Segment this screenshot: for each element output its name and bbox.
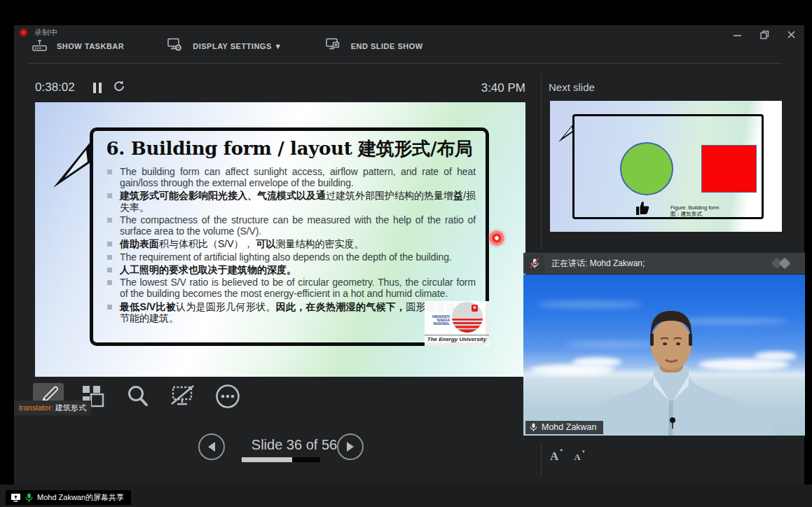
share-label: Mohd Zakwan的屏幕共享 bbox=[37, 492, 124, 503]
bullet-marker bbox=[107, 268, 112, 272]
display-gear-icon bbox=[167, 38, 183, 55]
muted-mic-icon bbox=[525, 254, 544, 272]
university-logo: UNIVERSITI TENAGA NASIONAL The Energy Un… bbox=[425, 301, 489, 346]
speech-bubble-tail bbox=[53, 143, 94, 189]
caret-up-icon: ▲ bbox=[559, 447, 563, 452]
bullet-item: 借助表面积与体积比（S/V）， 可以测量结构的密实度。 bbox=[107, 238, 476, 249]
more-options-button[interactable] bbox=[212, 383, 243, 412]
decrease-font-button[interactable]: A▼ bbox=[574, 452, 580, 464]
timer-row: 0:38:02 bbox=[35, 80, 125, 95]
red-rectangle-shape bbox=[701, 145, 757, 193]
bullet-item: The compactness of the structure can be … bbox=[107, 214, 476, 237]
bullet-marker bbox=[107, 193, 112, 198]
screen-share-icon bbox=[11, 493, 21, 502]
elapsed-timer: 0:38:02 bbox=[35, 81, 75, 95]
prev-arrow-icon bbox=[207, 441, 216, 452]
bullet-marker bbox=[107, 255, 112, 260]
bullet-item: 建筑形式可能会影响阳光接入、气流模式以及通过建筑外部围护结构的热量增益/损失率。 bbox=[107, 190, 476, 212]
bullet-marker bbox=[107, 280, 112, 285]
black-screen-button[interactable] bbox=[167, 383, 198, 412]
zoom-slide-button[interactable] bbox=[123, 383, 153, 412]
screen: 录制中 SHOW TASKBAR DISPLAY SETTINGS ▼ END … bbox=[0, 0, 812, 507]
speaker-video[interactable]: Mohd Zakwan bbox=[523, 275, 805, 436]
window-controls bbox=[733, 29, 796, 39]
bullet-marker bbox=[107, 242, 112, 246]
speaker-person bbox=[523, 275, 805, 436]
green-circle-shape bbox=[620, 142, 673, 195]
mini-speech-bubble: Figure: Building form 图：建筑形式 bbox=[572, 114, 764, 219]
bullet-item: The building form can affect sunlight ac… bbox=[107, 166, 476, 188]
translator-caption: translator: 建筑形式 bbox=[14, 401, 91, 415]
next-slide-heading: Next slide bbox=[549, 81, 595, 93]
current-slide[interactable]: 6. Building form / layout 建筑形式/布局 The bu… bbox=[35, 102, 525, 377]
increase-font-button[interactable]: A▲ bbox=[550, 450, 558, 464]
show-taskbar-button[interactable]: SHOW TASKBAR bbox=[32, 39, 124, 55]
slide-counter: Slide 36 of 56 bbox=[245, 437, 343, 453]
uniten-logo-icon bbox=[451, 301, 483, 336]
bullet-item: The lowest S/V ratio is believed to be o… bbox=[107, 277, 476, 299]
caret-down-icon: ▼ bbox=[582, 450, 586, 454]
slide-bullets: The building form can affect sunlight ac… bbox=[93, 161, 486, 324]
end-slide-show-button[interactable]: END SLIDE SHOW bbox=[326, 38, 423, 55]
panel-divider-lower bbox=[541, 443, 542, 475]
bullet-item: The requirement of artificial lighting a… bbox=[107, 251, 476, 263]
next-arrow-icon bbox=[345, 441, 355, 452]
bullet-item: 最低S/V比被认为是圆形几何形状。因此，在炎热潮湿的气候下，圆形建筑成为最节能的… bbox=[107, 301, 476, 324]
recording-dot-icon bbox=[19, 28, 28, 37]
end-slide-show-label: END SLIDE SHOW bbox=[351, 42, 423, 50]
thumbs-up-icon bbox=[635, 200, 652, 219]
toolbar-divider bbox=[28, 63, 782, 64]
presenter-view-window: 录制中 SHOW TASKBAR DISPLAY SETTINGS ▼ END … bbox=[14, 25, 804, 485]
recording-indicator: 录制中 bbox=[19, 27, 57, 38]
mic-icon bbox=[530, 423, 537, 432]
ellipsis-icon bbox=[215, 384, 240, 412]
blank-screen-icon bbox=[170, 384, 195, 411]
university-tagline: The Energy University bbox=[425, 335, 489, 342]
display-settings-button[interactable]: DISPLAY SETTINGS ▼ bbox=[167, 38, 282, 55]
minimize-button[interactable] bbox=[733, 29, 743, 39]
figure-caption: Figure: Building form 图：建筑形式 bbox=[670, 204, 719, 218]
bullet-marker bbox=[107, 305, 112, 310]
laser-pointer-dot bbox=[486, 228, 507, 249]
slide-progress-fill bbox=[242, 457, 292, 462]
magnifier-icon bbox=[126, 384, 150, 411]
taskbar-icon bbox=[32, 39, 47, 55]
active-speaker-label: 正在讲话: Mohd Zakwan; bbox=[551, 258, 645, 270]
show-taskbar-label: SHOW TASKBAR bbox=[57, 42, 124, 50]
next-slide-button[interactable] bbox=[337, 433, 364, 460]
active-speaker-bar: 正在讲话: Mohd Zakwan; bbox=[523, 253, 805, 274]
end-show-icon bbox=[326, 38, 341, 55]
bullet-item: 人工照明的要求也取决于建筑物的深度。 bbox=[107, 264, 476, 275]
slide-title: 6. Building form / layout 建筑形式/布局 bbox=[93, 131, 486, 161]
university-name: UNIVERSITI TENAGA NASIONAL bbox=[425, 315, 450, 326]
display-settings-label: DISPLAY SETTINGS ▼ bbox=[193, 42, 282, 50]
pause-timer-button[interactable] bbox=[93, 83, 102, 93]
translator-prefix: translator: bbox=[19, 403, 53, 412]
close-button[interactable] bbox=[786, 29, 796, 39]
previous-slide-button[interactable] bbox=[198, 433, 225, 460]
current-time: 3:40 PM bbox=[462, 81, 525, 95]
notes-font-buttons: A▲ A▼ bbox=[550, 450, 581, 464]
screen-share-badge[interactable]: Mohd Zakwan的屏幕共享 bbox=[6, 490, 131, 505]
restore-button[interactable] bbox=[759, 29, 769, 39]
translator-text: 建筑形式 bbox=[55, 403, 86, 412]
taskbar-mic-icon bbox=[25, 493, 33, 503]
bullet-marker bbox=[107, 218, 112, 223]
panel-divider bbox=[541, 73, 542, 249]
layout-diamonds-icon[interactable] bbox=[769, 258, 797, 269]
bullet-marker bbox=[107, 169, 112, 174]
figure-caption-en: Figure: Building form bbox=[670, 204, 719, 211]
presenter-toolbar: SHOW TASKBAR DISPLAY SETTINGS ▼ END SLID… bbox=[32, 38, 467, 55]
recording-label: 录制中 bbox=[34, 27, 57, 38]
bottom-taskbar: Mohd Zakwan的屏幕共享 bbox=[0, 485, 812, 507]
restart-timer-button[interactable] bbox=[113, 80, 125, 95]
video-name-tag: Mohd Zakwan bbox=[525, 421, 603, 434]
slide-progress-bar bbox=[242, 457, 320, 462]
video-name-label: Mohd Zakwan bbox=[542, 422, 597, 432]
figure-caption-zh: 图：建筑形式 bbox=[670, 211, 719, 217]
next-slide-thumbnail[interactable]: Figure: Building form 图：建筑形式 bbox=[550, 101, 782, 232]
